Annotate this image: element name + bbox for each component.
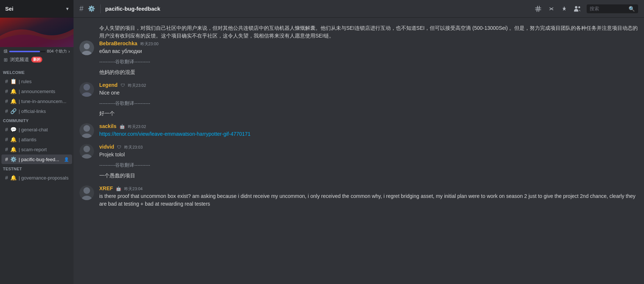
- header-pin-icon[interactable]: [561, 6, 568, 12]
- channel-item-announcements[interactable]: # 🔔 | announcements: [1, 86, 72, 96]
- channel-header-name: pacific-bug-feedback: [105, 6, 160, 12]
- channel-hash-icon: #: [5, 136, 8, 142]
- message-text-legend-2: 好一个: [99, 110, 638, 117]
- message-text-legend-1: Nice one: [99, 89, 638, 97]
- avatar-xref: [79, 185, 94, 200]
- section-testnet: TESTNET: [0, 164, 74, 173]
- channel-item-pacific-bug-feedback[interactable]: # ⚙️ | pacific-bug-feed... 👤: [1, 155, 72, 164]
- channel-item-scam-report[interactable]: # 🔔 | scam-report: [1, 145, 72, 154]
- message-translation-divider-bebra: ----------谷歌翻译----------: [99, 58, 638, 65]
- channel-hash-icon: #: [5, 146, 8, 152]
- message-group-vidvid: vidvid 🛡 昨天23:03 Projek tolol ----------…: [79, 144, 638, 180]
- svg-point-7: [83, 84, 90, 90]
- message-group-sackils: sackils 🤖 昨天23:02 https://tenor.com/view…: [79, 123, 638, 138]
- browse-channels-item[interactable]: ⊞ 浏览频道 新的: [0, 54, 74, 65]
- pacific-bug-emoji: ⚙️: [10, 156, 17, 162]
- sidebar: Sei ▾ 级 804 个助力 › ⊞ 浏览: [0, 0, 74, 284]
- message-text-sackils-link: https://tenor.com/view/leave-emmawatson-…: [99, 130, 638, 138]
- general-chat-emoji: 💬: [10, 127, 17, 132]
- vidvid-role-icon: 🛡: [117, 145, 121, 150]
- avatar-legend: [79, 82, 94, 97]
- channel-item-atlantis[interactable]: # 🔔 | atlantis: [1, 135, 72, 144]
- section-community: COMMUNITY: [0, 116, 74, 124]
- scam-report-emoji: 🔔: [10, 146, 17, 152]
- message-text-bebra-2: 他妈的你的混蛋: [99, 68, 638, 76]
- timestamp-sackils: 昨天23:02: [128, 124, 146, 129]
- members-icon: 👤: [64, 157, 69, 162]
- messages-area: 令人失望的项目，对我们自己社区中的用户来说，但对其他公共连锁店中的互动机器人慷慨…: [74, 18, 644, 284]
- browse-icon: ⊞: [4, 57, 8, 63]
- username-sackils[interactable]: sackils: [99, 123, 117, 129]
- message-content-legend: Legend 🛡 昨天23:02 Nice one ----------谷歌翻译…: [99, 82, 638, 118]
- svg-point-13: [83, 146, 90, 152]
- channel-rules-label: | rules: [19, 79, 69, 84]
- rules-emoji: 📋: [10, 78, 17, 84]
- timestamp-xref: 昨天23:04: [124, 186, 143, 192]
- channel-governance-label: | governance-proposals: [19, 175, 69, 181]
- header-mute-icon[interactable]: [548, 5, 555, 13]
- header-members-icon[interactable]: [573, 5, 581, 13]
- svg-point-1: [575, 6, 577, 8]
- new-badge: 新的: [31, 57, 42, 63]
- username-vidvid[interactable]: vidvid: [99, 144, 114, 150]
- header-hashtag-icon[interactable]: [534, 5, 542, 13]
- avatar-sackils: [79, 123, 94, 138]
- level-count: 804 个助力: [47, 49, 67, 54]
- channel-official-links-label: | official-links: [19, 109, 69, 114]
- governance-emoji: 🔔: [10, 175, 17, 181]
- message-text-bebra-1: ебал вас ублюдки: [99, 47, 638, 55]
- message-text-vidvid-2: 一个愚蠢的项目: [99, 172, 638, 180]
- username-bebra[interactable]: BebraBerochka: [99, 40, 137, 46]
- channel-hash-icon: #: [5, 88, 8, 94]
- message-text-vidvid-1: Projek tolol: [99, 151, 638, 159]
- server-header[interactable]: Sei ▾: [0, 0, 74, 18]
- header-actions: 🔍: [534, 4, 638, 13]
- channel-item-official-links[interactable]: # 🔗 | official-links: [1, 106, 72, 116]
- svg-point-16: [83, 187, 90, 194]
- message-header-bebra: BebraBerochka 昨天23:00: [99, 40, 638, 47]
- channel-header-gear-icon: ⚙️: [88, 5, 95, 12]
- channel-general-chat-label: | general-chat: [19, 127, 69, 132]
- search-box[interactable]: 🔍: [587, 4, 638, 13]
- message-header-xref: XREF 🤖 昨天23:04: [99, 185, 638, 192]
- channel-item-general-chat[interactable]: # 💬 | general-chat: [1, 125, 72, 134]
- username-xref[interactable]: XREF: [99, 185, 113, 191]
- channel-hash-icon: #: [5, 78, 8, 84]
- continuation-text: 令人失望的项目，对我们自己社区中的用户来说，但对其他公共连锁店中的互动机器人慷慨…: [99, 25, 638, 39]
- header-divider: [100, 4, 101, 13]
- search-input[interactable]: [590, 6, 626, 11]
- channel-item-governance-proposals[interactable]: # 🔔 | governance-proposals: [1, 173, 72, 182]
- announcements-emoji: 🔔: [10, 88, 17, 94]
- message-translation-divider-vidvid: ----------谷歌翻译----------: [99, 161, 638, 169]
- channel-hash-icon: #: [5, 98, 8, 104]
- level-arrow-icon[interactable]: ›: [68, 49, 70, 54]
- username-legend[interactable]: Legend: [99, 82, 118, 88]
- channel-header-hash-icon: #: [79, 4, 83, 13]
- server-chevron-icon: ▾: [66, 6, 68, 11]
- sackils-role-icon: 🤖: [119, 124, 125, 129]
- server-name: Sei: [5, 6, 14, 12]
- level-label: 级: [4, 49, 8, 54]
- channel-atlantis-label: | atlantis: [19, 137, 69, 142]
- channel-scam-report-label: | scam-report: [19, 147, 69, 152]
- message-content-vidvid: vidvid 🛡 昨天23:03 Projek tolol ----------…: [99, 144, 638, 180]
- tune-in-emoji: 🔔: [10, 98, 17, 104]
- browse-channels-label: 浏览频道: [10, 56, 29, 63]
- search-icon: 🔍: [629, 6, 635, 12]
- message-content-sackils: sackils 🤖 昨天23:02 https://tenor.com/view…: [99, 123, 638, 138]
- timestamp-bebra: 昨天23:00: [140, 41, 159, 47]
- channel-list: WELCOME # 📋 | rules # 🔔 | announcements …: [0, 65, 74, 284]
- channel-hash-icon: #: [5, 127, 8, 132]
- avatar-vidvid: [79, 144, 94, 159]
- continuation-message: 令人失望的项目，对我们自己社区中的用户来说，但对其他公共连锁店中的互动机器人慷慨…: [79, 24, 638, 40]
- channel-item-tune-in[interactable]: # 🔔 | tune-in-announcem...: [1, 96, 72, 106]
- message-content-xref: XREF 🤖 昨天23:04 is there proof that uncom…: [99, 185, 638, 208]
- message-group-xref: XREF 🤖 昨天23:04 is there proof that uncom…: [79, 185, 638, 208]
- channel-announcements-label: | announcements: [19, 89, 69, 94]
- svg-point-4: [84, 43, 90, 49]
- message-group-bebra: BebraBerochka 昨天23:00 ебал вас ублюдки -…: [79, 40, 638, 76]
- svg-point-2: [578, 6, 580, 8]
- message-group-legend: Legend 🛡 昨天23:02 Nice one ----------谷歌翻译…: [79, 82, 638, 118]
- channel-item-rules[interactable]: # 📋 | rules: [1, 77, 72, 86]
- tenor-link[interactable]: https://tenor.com/view/leave-emmawatson-…: [99, 131, 251, 137]
